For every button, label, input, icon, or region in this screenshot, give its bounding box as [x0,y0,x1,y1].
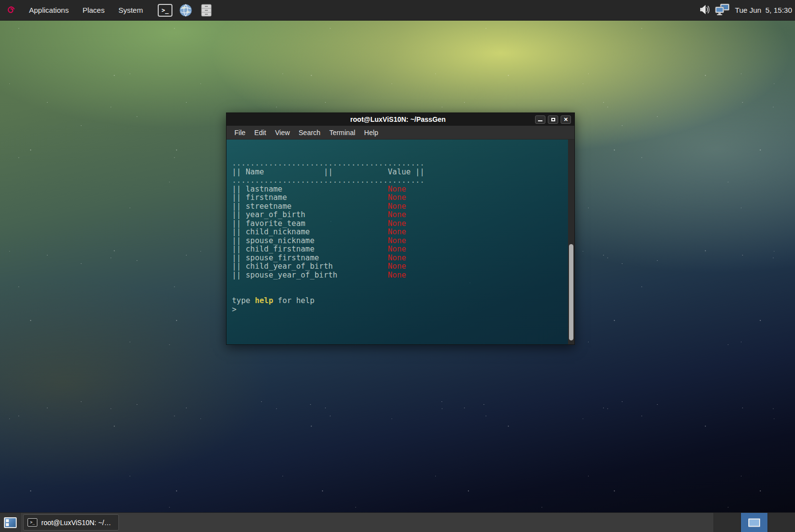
workspace-3[interactable] [768,513,795,532]
menu-terminal[interactable]: Terminal [325,126,360,140]
menu-help[interactable]: Help [360,126,383,140]
scrollbar-thumb[interactable] [569,244,573,340]
blank-line [232,280,574,288]
panel-right: Tue Jun 5, 15:30 [699,2,795,18]
panel-launchers: >_ [157,2,214,18]
table-header: || Name || Value || [232,168,574,177]
debian-logo-icon[interactable] [4,3,19,18]
close-icon: ✕ [564,117,568,122]
separator-line: ........................................… [232,176,574,185]
table-row: || streetname None [232,202,574,211]
maximize-button[interactable] [548,115,558,124]
close-button[interactable]: ✕ [561,115,571,124]
file-manager-launcher-icon[interactable] [199,2,214,18]
workspace-1[interactable] [714,513,741,532]
volume-icon[interactable] [699,3,711,17]
menu-system[interactable]: System [112,0,149,21]
menu-applications[interactable]: Applications [23,0,75,21]
menu-file[interactable]: File [230,126,250,140]
blank-line [232,288,574,297]
menu-view[interactable]: View [271,126,294,140]
terminal-scrollbar[interactable] [568,140,574,344]
network-icon[interactable] [714,2,731,18]
help-line: type help for help [232,297,574,306]
table-row: || child_nickname None [232,228,574,237]
table-row: || child_firstname None [232,245,574,254]
window-menubar: File Edit View Search Terminal Help [227,126,574,140]
table-row: || favorite_team None [232,220,574,228]
workspace-switcher [713,513,795,532]
maximize-icon [551,118,555,121]
workspace-window-thumbnail [748,519,760,527]
terminal-launcher-icon[interactable]: >_ [157,2,173,18]
table-row: || spouse_firstname None [232,254,574,263]
panel-clock[interactable]: Tue Jun 5, 15:30 [734,6,792,14]
table-row: || firstname None [232,194,574,202]
terminal-window: root@LuxViS10N: ~/PassGen ✕ File Edit Vi… [226,112,575,345]
terminal-icon: >_ [28,518,37,527]
terminal-output: ........................................… [232,159,574,314]
show-desktop-icon [4,517,17,528]
web-browser-launcher-icon[interactable] [178,2,194,18]
table-row: || lastname None [232,185,574,194]
minimize-button[interactable] [535,115,545,124]
taskbar-window-button[interactable]: >_ root@LuxViS10N: ~/Pa... [23,514,119,531]
workspace-2[interactable] [741,513,768,532]
separator-line: ........................................… [232,159,574,168]
window-title: root@LuxViS10N: ~/PassGen [227,115,535,123]
minimize-icon [538,120,542,121]
menu-edit[interactable]: Edit [250,126,271,140]
table-row: || child_year_of_birth None [232,262,574,271]
table-row: || spouse_nickname None [232,237,574,246]
prompt-line: > [232,306,574,314]
window-titlebar[interactable]: root@LuxViS10N: ~/PassGen ✕ [227,113,574,126]
show-desktop-button[interactable] [0,513,21,532]
panel-left: Applications Places System >_ [0,0,214,21]
top-panel: Applications Places System >_ [0,0,795,21]
window-buttons: ✕ [535,115,571,124]
taskbar: >_ root@LuxViS10N: ~/Pa... [0,512,795,532]
table-row: || year_of_birth None [232,211,574,220]
menu-search[interactable]: Search [294,126,325,140]
taskbar-window-label: root@LuxViS10N: ~/Pa... [41,519,114,527]
table-row: || spouse_year_of_birth None [232,271,574,280]
menu-places[interactable]: Places [76,0,111,21]
terminal-screen[interactable]: ........................................… [227,140,574,344]
